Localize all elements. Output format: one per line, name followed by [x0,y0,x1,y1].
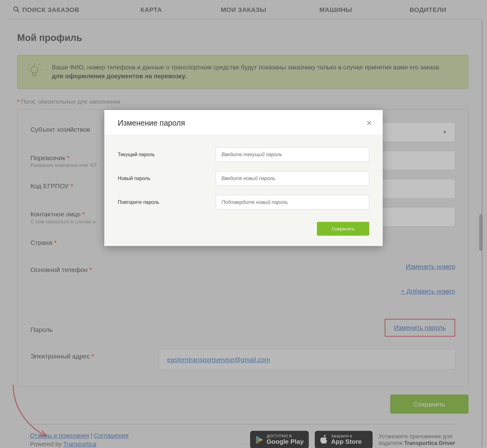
repeat-password-input[interactable] [216,195,369,210]
modal-title: Изменение пароля [118,119,185,127]
repeat-password-label: Повторите пароль [118,200,216,205]
new-password-input[interactable] [216,171,369,186]
new-password-label: Новый пароль [118,176,216,181]
close-icon: ✕ [366,119,372,127]
modal-close-button[interactable]: ✕ [366,119,372,127]
svg-line-15 [486,447,487,448]
drag-handle-icon[interactable]: ═══ [238,442,249,447]
current-password-input[interactable] [216,147,369,162]
current-password-label: Текущий пароль [118,152,216,157]
modal-overlay: Изменение пароля ✕ Текущий пароль Новый … [0,0,487,448]
modal-save-button[interactable]: Сохранить [317,222,369,236]
resize-grip-icon[interactable] [481,442,487,448]
change-password-modal: Изменение пароля ✕ Текущий пароль Новый … [104,110,383,246]
